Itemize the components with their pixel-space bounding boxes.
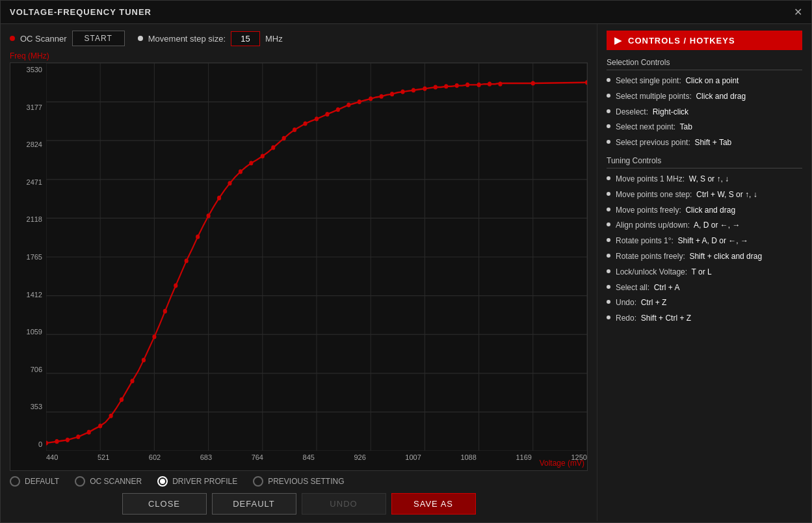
voltage-axis-label: Voltage (mV) [540,459,584,468]
svg-point-46 [303,121,307,126]
hotkeys-header: ▶ CONTROLS / HOTKEYS [607,31,802,50]
window-close-icon[interactable]: ✕ [794,6,802,18]
radio-default[interactable]: DEFAULT [10,476,59,487]
svg-point-45 [293,127,296,132]
svg-point-34 [174,284,177,288]
hotkey-select-single: Select single point: Click on a point [607,75,802,87]
svg-point-60 [455,83,459,88]
svg-point-53 [380,94,384,99]
save-as-button[interactable]: SAVE AS [391,493,476,515]
mhz-label: MHz [265,34,283,44]
hotkey-dot [607,238,610,242]
svg-point-22 [46,441,48,446]
x-label-1088: 1088 [460,453,476,461]
x-label-440: 440 [46,453,58,461]
hotkey-lock-voltage-text: Lock/unlock Voltage: T or L [616,267,802,278]
default-button[interactable]: DEFAULT [212,493,296,515]
step-input[interactable] [231,31,260,46]
svg-point-26 [87,430,91,435]
hotkey-dot [607,254,610,258]
hotkey-redo: Redo: Shift + Ctrl + Z [607,313,802,324]
y-label-2471: 2471 [10,178,46,186]
hotkey-select-single-text: Select single point: Click on a point [616,75,802,87]
x-label-845: 845 [303,453,315,461]
content-area: OC Scanner START Movement step size: MHz… [1,24,811,521]
hotkey-dot [607,124,610,128]
oc-scanner-group: OC Scanner START [10,31,125,46]
svg-point-56 [412,88,415,92]
hotkey-align-text: Align points up/down: A, D or ←, → [616,220,802,231]
y-axis: 0 353 706 1059 1412 1765 2118 2471 2824 … [10,63,46,451]
svg-point-52 [369,96,373,101]
hotkey-next-text: Select next point: Tab [616,122,802,133]
chart-inner [46,63,587,451]
hotkeys-title: CONTROLS / HOTKEYS [628,36,735,46]
hotkey-next-point: Select next point: Tab [607,122,802,133]
arrow-icon: ▶ [614,35,622,46]
svg-point-43 [271,145,275,150]
svg-point-41 [249,161,253,165]
svg-point-32 [152,334,156,339]
svg-point-58 [434,85,438,89]
y-label-2118: 2118 [10,215,46,223]
selection-title: Selection Controls [607,58,802,70]
svg-point-40 [239,169,242,174]
hotkey-select-all-text: Select all: Ctrl + A [616,282,802,293]
start-button[interactable]: START [72,31,125,46]
close-button[interactable]: CLOSE [122,493,207,515]
hotkey-undo: Undo: Ctrl + Z [607,297,802,308]
button-row: CLOSE DEFAULT UNDO SAVE AS [10,493,588,515]
x-label-1169: 1169 [516,453,531,461]
hotkey-move-freely-text: Move points freely: Click and drag [616,205,802,216]
svg-point-30 [130,379,134,383]
hotkey-dot [607,94,610,98]
hotkey-deselect: Deselect: Right-click [607,107,802,118]
svg-point-64 [498,82,502,87]
svg-point-29 [120,397,124,402]
selection-controls-section: Selection Controls Select single point: … [607,58,802,148]
svg-point-44 [282,136,286,141]
hotkey-rotate-freely: Rotate points freely: Shift + click and … [607,251,802,262]
radio-driver-profile[interactable]: DRIVER PROFILE [157,476,237,487]
y-label-353: 353 [10,403,46,410]
x-label-521: 521 [98,453,109,461]
hotkey-rotate-freely-text: Rotate points freely: Shift + click and … [616,251,802,262]
hotkey-select-multiple-text: Select multiple points: Click and drag [616,91,802,102]
hotkey-rotate-1deg: Rotate points 1°: Shift + A, D or ←, → [607,235,802,247]
svg-point-36 [196,234,200,239]
hotkey-rotate-1deg-text: Rotate points 1°: Shift + A, D or ←, → [616,235,802,247]
radio-row: DEFAULT OC SCANNER DRIVER PROFILE PREVIO… [10,476,588,487]
svg-point-62 [477,83,481,87]
movement-step-group: Movement step size: MHz [138,31,283,46]
undo-button[interactable]: UNDO [302,493,386,515]
hotkey-dot [607,78,610,82]
x-label-683: 683 [200,453,212,461]
svg-point-63 [488,82,491,87]
radio-previous-setting[interactable]: PREVIOUS SETTING [253,476,344,487]
hotkey-dot [607,176,610,180]
hotkey-prev-point: Select previous point: Shift + Tab [607,137,802,148]
y-label-1765: 1765 [10,253,46,261]
svg-point-42 [261,154,265,158]
tuning-title: Tuning Controls [607,156,802,168]
top-controls: OC Scanner START Movement step size: MHz [10,31,588,46]
svg-point-23 [55,439,59,444]
hotkey-dot [607,140,610,144]
x-label-926: 926 [354,453,365,461]
hotkey-dot [607,222,610,226]
radio-circle-default [10,476,20,487]
radio-label-oc-scanner: OC SCANNER [90,477,142,486]
svg-point-31 [142,358,146,362]
radio-inner-driver-profile [160,479,165,484]
y-label-0: 0 [10,440,46,448]
svg-point-33 [163,309,167,314]
radio-oc-scanner[interactable]: OC SCANNER [75,476,142,487]
svg-point-61 [465,83,469,87]
chart-area[interactable]: 0 353 706 1059 1412 1765 2118 2471 2824 … [10,62,588,471]
hotkey-dot [607,285,610,289]
window-title: VOLTAGE-FREQUENCY TUNER [10,7,151,17]
radio-label-default: DEFAULT [25,477,59,486]
svg-point-38 [217,196,221,200]
svg-point-55 [400,90,404,94]
radio-circle-previous-setting [253,476,263,487]
